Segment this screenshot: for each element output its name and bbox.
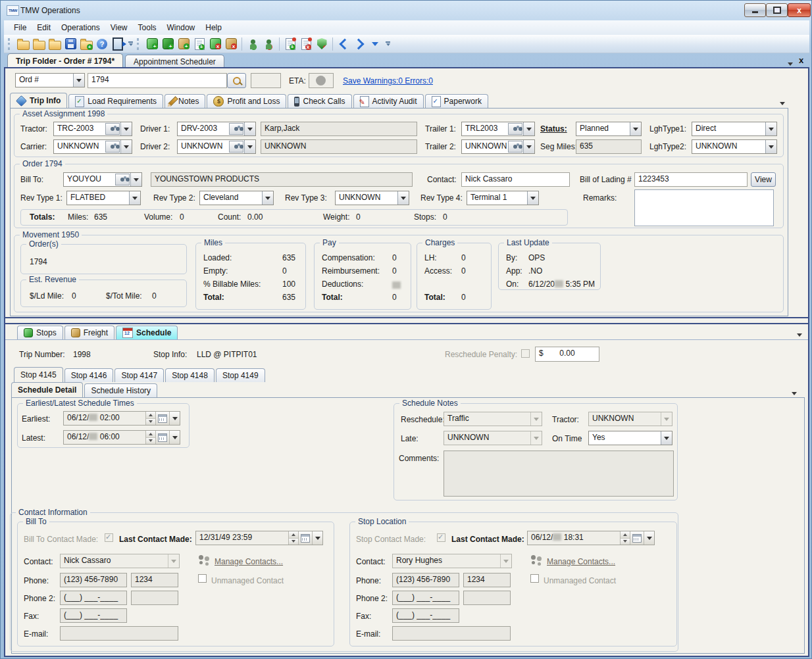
reschedule-penalty-amount[interactable]: $ 0.00 [535,347,599,362]
trip-tabs-dropdown-button[interactable] [780,98,785,107]
assign-resource-button[interactable] [245,36,261,52]
menu-tools[interactable]: Tools [134,22,161,34]
tab-stop-4145[interactable]: Stop 4145 [14,367,63,382]
earliest-dropdown[interactable] [169,412,180,425]
stop-phone2-ext-field[interactable] [463,591,511,605]
bol-field[interactable]: 1223453 [634,172,748,187]
menu-file[interactable]: File [9,22,31,34]
stop-phone2-field[interactable]: (___) ___-____ [392,591,459,605]
trailer2-combo[interactable]: UNKNOWN [461,139,535,154]
billto-fax-field[interactable]: (___) ___-____ [60,608,127,623]
tab-load-requirements[interactable]: Load Requirements [68,94,163,108]
carrier-lookup-button[interactable] [105,141,120,153]
add-freight-button[interactable] [176,36,191,52]
status-combo[interactable]: Planned [576,122,642,136]
driver2-lookup-button[interactable] [229,141,243,153]
save-warnings-link[interactable]: Save Warnings:0 Errors:0 [343,76,433,85]
note-add-button[interactable] [282,36,298,52]
stop-phone-ext-field[interactable]: 1234 [463,573,511,587]
pane-divider[interactable] [4,317,809,318]
earliest-spinner[interactable] [145,412,155,425]
contact-field[interactable]: Nick Cassaro [461,172,570,187]
trailer2-dropdown[interactable] [523,140,534,153]
bill-to-combo[interactable]: YOUYOU [63,172,142,187]
stop-picker-dropdown[interactable] [644,531,654,545]
add-document-button[interactable] [191,36,207,52]
tab-stops[interactable]: Stops [17,326,63,339]
rev-type3-dropdown[interactable] [397,191,409,205]
earliest-calendar-button[interactable] [155,412,169,425]
rev-type4-dropdown[interactable] [527,191,538,205]
delete-freight-button[interactable] [223,36,239,52]
tractor-dropdown[interactable] [120,122,132,135]
stop-calendar-button[interactable] [630,531,644,545]
stop-last-contact-picker[interactable]: 06/12/ 18:31 [527,531,655,545]
trailer1-lookup-button[interactable] [508,123,522,135]
carrier-combo[interactable]: UNKNOWN [53,139,132,154]
billto-phone-field[interactable]: (123) 456-7890 [60,573,127,587]
export-button[interactable] [78,36,94,52]
tab-paperwork[interactable]: Paperwork [425,94,488,108]
tab-trip-folder[interactable]: Trip Folder - Order # 1794* [7,53,123,68]
tab-schedule-detail[interactable]: Schedule Detail [11,382,83,397]
tab-freight[interactable]: Freight [64,326,114,339]
driver1-dropdown[interactable] [244,122,255,135]
driver2-combo[interactable]: UNKNOWN [177,139,256,154]
exit-button[interactable] [110,36,126,52]
delete-stop-button[interactable] [207,36,223,52]
tractor-lookup-button[interactable] [105,123,120,135]
earliest-datetime-picker[interactable]: 06/12/ 02:00 [63,411,180,426]
tabstrip-close-button[interactable]: x [799,56,803,64]
on-time-combo[interactable]: Yes [588,431,672,445]
help-button[interactable] [94,36,110,52]
trailer2-lookup-button[interactable] [508,141,522,153]
tab-stop-4146[interactable]: Stop 4146 [64,368,114,382]
bill-to-dropdown[interactable] [130,173,141,186]
driver1-combo[interactable]: DRV-2003 [177,122,256,136]
tab-check-calls[interactable]: Check Calls [288,94,351,108]
add-stop-button[interactable] [144,36,160,52]
tab-stop-4149[interactable]: Stop 4149 [216,368,265,382]
tab-activity-audit[interactable]: Activity Audit [353,94,424,108]
note-delete-button[interactable] [298,36,314,52]
forward-button[interactable] [351,36,367,52]
lghtype1-combo[interactable]: Direct [692,122,777,136]
open-folder-button[interactable] [31,36,47,52]
billto-phone2-ext-field[interactable] [131,591,178,605]
stop-manage-contacts-link[interactable]: Manage Contacts... [547,557,615,566]
order-type-combo[interactable]: Ord # [15,73,85,87]
menu-help[interactable]: Help [201,22,226,34]
billto-calendar-button[interactable] [298,531,312,545]
lghtype1-dropdown[interactable] [765,122,776,135]
menu-operations[interactable]: Operations [57,22,105,34]
carrier-dropdown[interactable] [120,140,132,153]
view-button[interactable]: View [751,172,776,187]
latest-calendar-button[interactable] [155,431,169,444]
tab-schedule[interactable]: Schedule [116,326,178,339]
remarks-textarea[interactable] [634,189,774,226]
latest-datetime-picker[interactable]: 06/12/ 06:00 [63,430,180,445]
trailer1-dropdown[interactable] [523,122,534,135]
latest-dropdown[interactable] [169,431,180,444]
close-button[interactable]: x [788,3,811,17]
nav-dropdown-button[interactable] [367,36,383,52]
menu-edit[interactable]: Edit [32,22,55,34]
rev-type3-combo[interactable]: UNKNOWN [335,191,409,205]
tab-appointment-scheduler[interactable]: Appointment Scheduler [125,55,224,68]
billto-phone-ext-field[interactable]: 1234 [131,573,178,587]
billto-last-contact-spinner[interactable] [288,531,298,545]
driver1-lookup-button[interactable] [229,123,243,135]
billto-picker-dropdown[interactable] [312,531,322,545]
lghtype2-combo[interactable]: UNKNOWN [692,139,777,154]
stop-phone-field[interactable]: (123) 456-7890 [392,573,459,587]
new-folder-button[interactable] [15,36,31,52]
lghtype2-dropdown[interactable] [765,140,776,153]
tab-schedule-history[interactable]: Schedule History [84,383,157,397]
toolbar-overflow-button[interactable] [384,37,392,51]
billto-manage-contacts-link[interactable]: Manage Contacts... [215,557,283,566]
rev-type1-dropdown[interactable] [129,191,140,205]
billto-unmanaged-checkbox[interactable] [198,574,207,583]
order-type-dropdown[interactable] [73,74,84,87]
toolbar-grip[interactable] [137,38,141,50]
tractor-combo[interactable]: TRC-2003 [53,122,132,136]
